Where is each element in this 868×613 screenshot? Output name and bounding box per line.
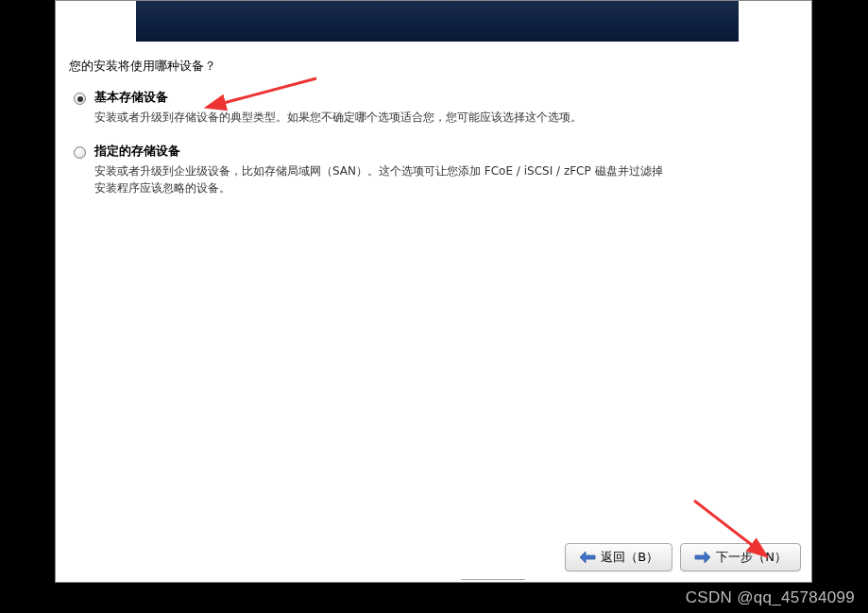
option-basic-desc: 安装或者升级到存储设备的典型类型。如果您不确定哪个选项适合您，您可能应该选择这个…	[94, 109, 671, 126]
watermark: CSDN @qq_45784099	[686, 588, 855, 607]
installer-window: 您的安装将使用哪种设备？ 基本存储设备 安装或者升级到存储设备的典型类型。如果您…	[55, 0, 812, 583]
storage-question: 您的安装将使用哪种设备？	[69, 58, 798, 75]
content-area: 您的安装将使用哪种设备？ 基本存储设备 安装或者升级到存储设备的典型类型。如果您…	[69, 58, 798, 213]
option-specified-body: 指定的存储设备 安装或者升级到企业级设备，比如存储局域网（SAN）。这个选项可让…	[94, 143, 798, 196]
footer-separator	[461, 579, 525, 580]
option-basic-title: 基本存储设备	[94, 89, 798, 106]
option-basic-storage[interactable]: 基本存储设备 安装或者升级到存储设备的典型类型。如果您不确定哪个选项适合您，您可…	[74, 89, 798, 126]
option-specified-desc: 安装或者升级到企业级设备，比如存储局域网（SAN）。这个选项可让您添加 FCoE…	[94, 162, 671, 196]
option-specified-title: 指定的存储设备	[94, 143, 798, 160]
footer-buttons: 返回（B） 下一步（N）	[565, 543, 801, 571]
radio-basic[interactable]	[74, 93, 86, 105]
back-button-label: 返回（B）	[601, 549, 658, 566]
option-specified-storage[interactable]: 指定的存储设备 安装或者升级到企业级设备，比如存储局域网（SAN）。这个选项可让…	[74, 143, 798, 196]
back-button[interactable]: 返回（B）	[565, 543, 672, 571]
radio-specified[interactable]	[74, 146, 86, 159]
option-basic-body: 基本存储设备 安装或者升级到存储设备的典型类型。如果您不确定哪个选项适合您，您可…	[94, 89, 798, 126]
next-button[interactable]: 下一步（N）	[680, 543, 801, 571]
arrow-right-icon	[694, 551, 711, 564]
header-banner	[136, 1, 739, 42]
arrow-left-icon	[579, 551, 596, 564]
next-button-label: 下一步（N）	[716, 549, 787, 566]
